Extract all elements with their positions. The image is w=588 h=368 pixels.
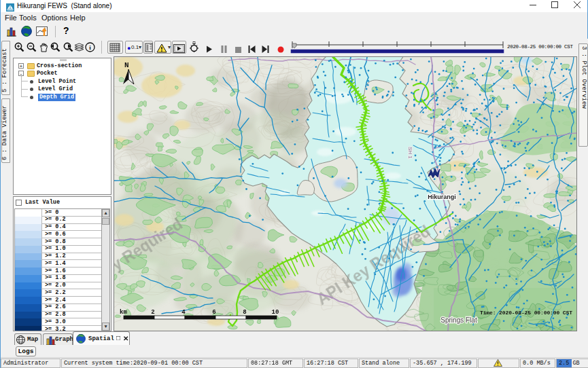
svg-text:Springs Flat: Springs Flat (440, 316, 477, 324)
svg-text:N: N (124, 61, 129, 69)
svg-text:2: 2 (151, 309, 154, 316)
svg-text:6: 6 (212, 309, 215, 316)
svg-text:Hikurangi: Hikurangi (428, 194, 456, 200)
svg-text:Time: 2020-08-25 00:00:00 CST: Time: 2020-08-25 00:00:00 CST (480, 310, 572, 316)
svg-text:10: 10 (272, 309, 279, 316)
svg-text:km: km (120, 309, 127, 316)
svg-text:8: 8 (243, 309, 246, 316)
svg-text:4: 4 (181, 309, 186, 316)
svg-text:i: i (89, 44, 91, 51)
svg-text:SH 1: SH 1 (407, 147, 413, 159)
